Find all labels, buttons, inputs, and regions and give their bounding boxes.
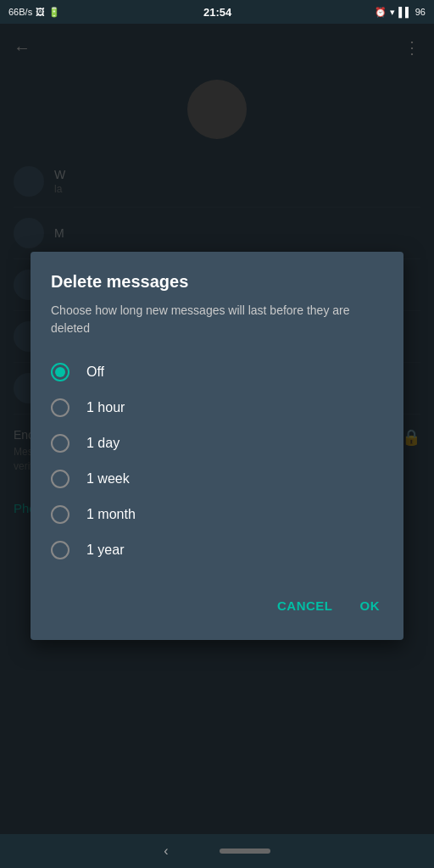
back-nav-icon[interactable]: ‹: [164, 843, 168, 859]
status-left: 66B/s 🖼 🔋: [8, 7, 60, 18]
dialog-description: Choose how long new messages will last b…: [51, 302, 383, 337]
nav-pill: [220, 849, 270, 854]
status-bar: 66B/s 🖼 🔋 21:54 ⏰ ▾ ▌▌ 96: [0, 0, 434, 24]
status-right: ⏰ ▾ ▌▌ 96: [375, 7, 426, 18]
status-time: 21:54: [203, 6, 231, 19]
radio-option-1[interactable]: 1 hour: [51, 390, 383, 426]
radio-option-2[interactable]: 1 day: [51, 426, 383, 461]
dialog-buttons: CANCEL OK: [51, 585, 383, 620]
battery-percent: 96: [415, 7, 426, 17]
radio-inner-0: [55, 367, 65, 377]
radio-option-3[interactable]: 1 week: [51, 461, 383, 497]
radio-circle-2: [51, 434, 70, 453]
radio-label-2: 1 day: [86, 436, 120, 451]
wifi-icon: ▾: [390, 7, 395, 18]
bottom-nav: ‹: [0, 834, 434, 868]
radio-label-4: 1 month: [86, 507, 136, 522]
radio-label-1: 1 hour: [86, 400, 125, 415]
app-background: ← ⋮ W la M C M: [0, 24, 434, 868]
alarm-icon: ⏰: [375, 7, 387, 18]
radio-option-5[interactable]: 1 year: [51, 532, 383, 568]
radio-circle-4: [51, 505, 70, 524]
radio-option-4[interactable]: 1 month: [51, 497, 383, 532]
radio-label-0: Off: [86, 364, 104, 380]
radio-label-3: 1 week: [86, 471, 130, 487]
radio-circle-1: [51, 398, 70, 417]
network-speed: 66B/s: [8, 7, 32, 17]
cancel-button[interactable]: CANCEL: [274, 592, 337, 620]
signal-icon: ▌▌: [398, 7, 412, 17]
dialog-overlay: Delete messages Choose how long new mess…: [0, 24, 434, 868]
radio-options: Off1 hour1 day1 week1 month1 year: [51, 354, 383, 568]
radio-option-0[interactable]: Off: [51, 354, 383, 390]
ok-button[interactable]: OK: [357, 592, 384, 620]
notification-icon: 🖼: [36, 7, 45, 17]
delete-messages-dialog: Delete messages Choose how long new mess…: [31, 252, 403, 640]
battery-icon: 🔋: [48, 7, 60, 18]
radio-circle-5: [51, 541, 70, 559]
dialog-title: Delete messages: [51, 272, 383, 292]
radio-circle-0: [51, 363, 70, 381]
radio-label-5: 1 year: [86, 542, 124, 558]
radio-circle-3: [51, 470, 70, 488]
